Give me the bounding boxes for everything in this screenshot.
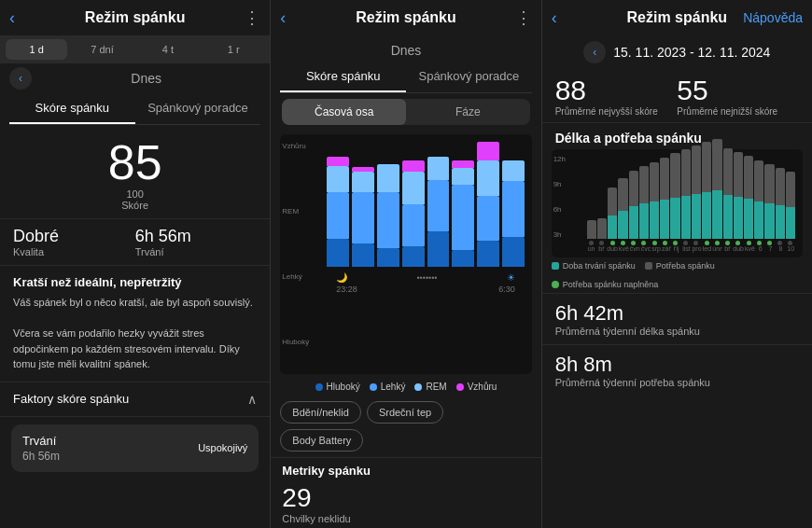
legend-awake: Vzhůru [456,382,497,392]
x-label-16: kvě [745,245,755,252]
back-icon-p3[interactable]: ‹ [552,8,557,28]
bar3-1 [587,220,596,239]
subtab2-advisor[interactable]: Spánkový poradce [406,62,532,92]
pill-battery[interactable]: Body Battery [280,429,363,452]
light-bar [452,185,474,250]
bar-group-5 [427,157,450,267]
toggle-row: Časová osa Fáze [282,99,529,125]
x-label-5: čvn [630,245,640,252]
legend-dot-light [370,383,377,391]
y3-12h: 12h [553,155,566,163]
x-label-19: 8 [776,245,785,252]
legend3-dot-duration [552,262,559,270]
more-icon-p2[interactable]: ⋮ [515,7,532,28]
light-bar [327,192,349,239]
toggle-timeline[interactable]: Časová osa [282,99,406,125]
light-bar [352,192,374,243]
card-title: Trvání [22,434,60,448]
subtab2-score[interactable]: Skóre spánku [280,62,406,92]
bar3-3 [608,188,617,239]
bar3-5 [629,171,638,239]
bar3-8 [660,158,669,239]
stat-row-2: 8h 8m Průměrná týdenní potřeba spánku [542,344,812,396]
bar3-20 [786,172,795,239]
legend3-label-met: Potřeba spánku naplněna [563,280,659,289]
prev-range-btn[interactable]: ‹ [583,41,606,63]
high-score-col: 88 Průměrné nejvyšší skóre [555,75,678,117]
low-score-label: Průměrné nejnižší skóre [677,106,799,117]
awake-bar [327,157,349,166]
light-bar [502,181,525,237]
back-icon-p2[interactable]: ‹ [280,8,286,28]
section-nav: ‹ Dnes [0,63,270,93]
duration-label: Trvání [135,246,258,257]
deep-bar [352,243,374,267]
legend-dot-awake [456,383,464,391]
bar3-17 [754,160,763,239]
advice-body: Váš spánek byl o něco kratší, ale byl as… [13,295,257,372]
sub-tabs-p1: Skóre spánku Spánkový poradce [9,93,260,125]
deep-bar [427,231,450,267]
bar-group-4 [402,160,425,267]
pill-row: Bdění/neklid Srdeční tep Body Battery [271,396,540,457]
pill-srdce[interactable]: Srdeční tep [367,401,443,424]
quality-metric: Dobré Kvalita [13,227,135,257]
x-label-10: list [682,245,692,252]
prev-day-btn[interactable]: ‹ [9,67,32,90]
light-bar [477,196,499,241]
help-link[interactable]: Nápověda [743,10,803,25]
bar3-7 [650,162,659,239]
faktory-row[interactable]: Faktory skóre spánku ∧ [0,382,270,417]
legend3-duration: Doba trvání spánku [552,261,636,271]
quality-label: Kvalita [13,246,135,257]
deep-bar [402,246,425,267]
deep-bar [477,241,499,267]
subtab-score[interactable]: Skóre spánku [9,93,135,124]
legend-dot-deep [315,383,323,391]
time-dot: ••••••• [416,273,437,283]
duration-value: 6h 56m [135,227,258,246]
back-icon-p1[interactable]: ‹ [9,8,15,28]
low-score-value: 55 [677,75,799,106]
x-label-18: 7 [766,245,776,252]
tab-1d[interactable]: 1 d [6,39,67,60]
y-label-light: Lehký [282,272,309,281]
legend3-met: Potřeba spánku naplněna [552,280,659,289]
panel2-section: Dnes [271,35,540,62]
metrics-row: Dobré Kvalita 6h 56m Trvání [0,218,270,266]
toggle-phases[interactable]: Fáze [406,99,530,125]
y3-9h: 9h [553,180,566,188]
chart-icons: 🌙 ••••••• ☀ [297,272,514,283]
faktory-label: Faktory skóre spánku [13,392,129,406]
legend3-label-duration: Doba trvání spánku [563,261,636,271]
y3-6h: 6h [553,205,566,214]
pill-bdeni[interactable]: Bdění/neklid [280,401,361,424]
bar3-19 [776,168,785,239]
wake-icon: ☀ [507,272,515,283]
subtab-advisor[interactable]: Spánkový poradce [135,93,261,124]
bar3-18 [764,164,774,239]
card-value: Uspokojivý [198,442,247,453]
metric-value: 29 [282,483,529,513]
panel3-title: Režim spánku [627,9,728,26]
stat1-value: 6h 42m [555,301,799,326]
tab-7d[interactable]: 7 dní [71,39,133,60]
bar3-4 [618,178,627,239]
x-label-9: říj [672,245,681,252]
x-label-4: kvě [619,245,629,252]
panel-3: ‹ Režim spánku Nápověda ‹ 15. 11. 2023 -… [542,0,812,528]
more-icon-p1[interactable]: ⋮ [244,7,260,28]
legend-dot-rem [414,383,422,391]
legend-label-awake: Vzhůru [468,382,497,392]
chart3-x-labels: ún bř dub kvě čvn čvc srp zář říj list p… [587,245,795,252]
rem-bar [327,166,349,192]
rem-bar [427,157,450,180]
tab-4t[interactable]: 4 t [137,39,199,60]
trvani-card: Trvání 6h 56m Uspokojivý [11,424,259,472]
advice-block: Kratší než ideální, nepřetržitý Váš spán… [0,266,270,382]
stat-row-1: 6h 42m Průměrná týdenní délka spánku [542,293,812,344]
section-label: Dnes [32,71,260,86]
chart-bars [327,140,524,271]
stat2-label: Průměrná týdenní potřeba spánku [555,377,799,388]
tab-1r[interactable]: 1 r [203,39,264,60]
